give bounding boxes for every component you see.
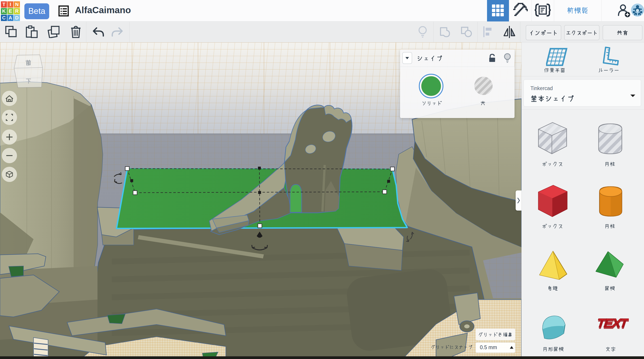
svg-text:E: E [9, 8, 12, 14]
svg-text:T: T [2, 2, 6, 7]
svg-text:N: N [15, 2, 19, 7]
svg-text:A: A [9, 15, 12, 20]
svg-text:R: R [15, 8, 19, 14]
svg-text:TEXT: TEXT [595, 318, 629, 332]
svg-text:D: D [15, 15, 19, 20]
svg-text:K: K [2, 8, 6, 14]
svg-text:I: I [10, 2, 11, 7]
svg-text:C: C [2, 15, 6, 20]
